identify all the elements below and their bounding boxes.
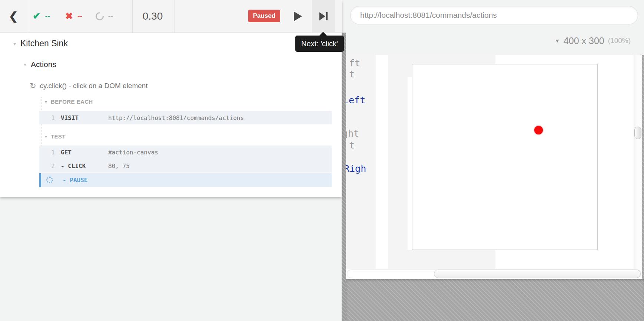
hook-name: BEFORE EACH	[51, 98, 93, 105]
test-row[interactable]: ↻ cy.click() - click on a DOM element	[30, 81, 148, 90]
suite-label: Actions	[31, 60, 56, 69]
clipped-text: t	[349, 69, 355, 80]
viewport-size: 400 x 300	[564, 36, 604, 46]
command-number: 1	[39, 114, 55, 121]
hook-test[interactable]: ▾ TEST	[45, 133, 66, 140]
chevron-down-icon[interactable]: ▾	[45, 99, 47, 104]
next-step-tooltip: Next: 'click'	[295, 36, 344, 52]
pending-stat[interactable]: --	[96, 0, 113, 32]
resume-button[interactable]	[288, 0, 308, 32]
play-icon	[293, 11, 303, 22]
toolbar-separator	[174, 0, 175, 32]
hook-name: TEST	[51, 133, 66, 140]
viewport-scale: (100%)	[608, 37, 631, 45]
chevron-down-icon[interactable]: ▾	[45, 134, 47, 139]
panel-resizer[interactable]	[342, 33, 346, 321]
passed-stat[interactable]: ✔ --	[33, 0, 50, 32]
vertical-scrollbar-thumb[interactable]	[634, 127, 641, 139]
suite-label: Kitchen Sink	[20, 39, 68, 49]
pending-circle-icon	[94, 10, 105, 22]
horizontal-scrollbar-thumb[interactable]	[434, 270, 641, 278]
chevron-down-icon[interactable]: ▼	[555, 38, 560, 44]
command-name: GET	[61, 149, 108, 156]
stage-backdrop-bottom	[346, 279, 644, 321]
suite-actions[interactable]: ▾ Actions	[24, 60, 56, 69]
test-duration: 0.30	[134, 0, 171, 32]
command-row-click[interactable]: 2 - CLICK 80, 75	[39, 159, 332, 173]
hook-before-each[interactable]: ▾ BEFORE EACH	[45, 98, 93, 105]
pending-count: --	[108, 12, 113, 20]
command-name: VISIT	[61, 114, 108, 121]
cross-icon: ✖	[65, 11, 73, 21]
vertical-scrollbar[interactable]	[634, 55, 642, 269]
running-sync-icon: ↻	[30, 81, 36, 90]
stage-backdrop-right	[642, 55, 644, 279]
step-forward-icon	[319, 11, 328, 22]
code-block-right-col	[388, 55, 408, 269]
test-title: cy.click() - click on a DOM element	[40, 82, 148, 90]
clipped-text: ft	[349, 58, 360, 68]
chevron-down-icon[interactable]: ▾	[13, 41, 16, 47]
clipped-text-blue: Righ	[346, 163, 366, 174]
aut-stage: ft t Left ght t Righ	[346, 55, 644, 321]
back-button[interactable]: ❮	[4, 0, 22, 32]
command-message: #action-canvas	[108, 149, 158, 156]
action-canvas[interactable]	[412, 64, 598, 250]
paused-badge: Paused	[248, 10, 280, 22]
command-message: http://localhost:8081/commands/actions	[108, 114, 244, 121]
chevron-down-icon[interactable]: ▾	[24, 61, 26, 67]
reporter-toolbar: ❮ ✔ -- ✖ -- -- 0.30 Paused	[0, 0, 342, 33]
command-row-get[interactable]: 1 GET #action-canvas	[39, 146, 332, 159]
clipped-text: ght	[346, 128, 359, 139]
aut-url: http://localhost:8081/commands/actions	[360, 11, 497, 20]
clipped-text-blue: Left	[346, 95, 365, 106]
check-icon: ✔	[33, 10, 41, 22]
clipped-text: t	[349, 140, 355, 151]
command-name: - CLICK	[61, 163, 108, 170]
command-row-pause[interactable]: - PAUSE	[39, 173, 332, 187]
spinner-icon	[46, 177, 53, 183]
aut-url-bar[interactable]: http://localhost:8081/commands/actions	[350, 6, 638, 24]
horizontal-scrollbar[interactable]	[346, 269, 642, 279]
command-name: - PAUSE	[63, 177, 110, 184]
suite-kitchen-sink[interactable]: ▾ Kitchen Sink	[13, 39, 68, 49]
code-block-left	[346, 55, 376, 269]
passed-count: --	[45, 12, 50, 20]
command-row-visit[interactable]: 1 VISIT http://localhost:8081/commands/a…	[39, 111, 332, 124]
command-number: 2	[39, 163, 55, 170]
click-dot	[534, 126, 543, 134]
command-message: 80, 75	[108, 163, 130, 170]
toolbar-separator	[27, 0, 27, 32]
toolbar-separator	[132, 0, 133, 32]
command-number: 1	[39, 149, 55, 156]
code-block-right-bottom	[388, 250, 495, 269]
next-step-button[interactable]	[312, 0, 335, 32]
viewport-menu[interactable]: ▼ 400 x 300 (100%)	[519, 34, 631, 47]
failed-stat[interactable]: ✖ --	[65, 0, 82, 32]
reporter-panel: ❮ ✔ -- ✖ -- -- 0.30 Paused	[0, 0, 342, 197]
failed-count: --	[77, 12, 82, 20]
aut-iframe[interactable]: ft t Left ght t Righ	[346, 55, 634, 269]
